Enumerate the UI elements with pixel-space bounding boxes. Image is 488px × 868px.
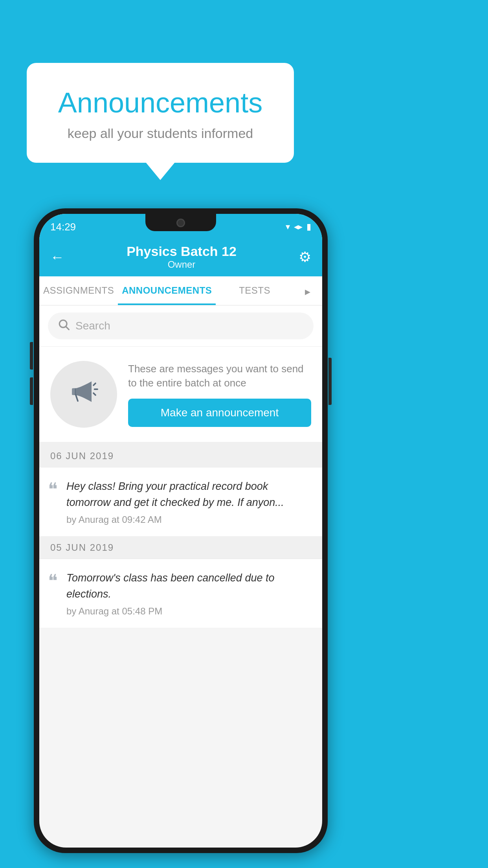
status-time: 14:29 [50,221,76,233]
header-title: Physics Batch 12 [127,244,237,259]
announcement-text-1: Hey class! Bring your practical record b… [66,478,314,510]
promo-section: These are messages you want to send to t… [39,347,322,445]
tabs-container: ASSIGNMENTS ANNOUNCEMENTS TESTS ▸ [39,276,322,305]
svg-line-1 [66,327,69,329]
back-button[interactable]: ← [50,249,64,265]
signal-icon: ◂▸ [294,222,303,232]
megaphone-icon [68,375,99,413]
battery-icon: ▮ [306,222,311,232]
content-area: Search [39,305,322,628]
search-container: Search [39,305,322,347]
search-placeholder: Search [75,320,110,332]
power-button[interactable] [328,358,332,405]
tab-more[interactable]: ▸ [294,276,322,305]
megaphone-circle [50,361,117,428]
phone-outer: 14:29 ▾ ◂▸ ▮ ← Physics Batch 12 Owner ⚙ [34,208,328,853]
tab-assignments[interactable]: ASSIGNMENTS [39,276,118,305]
quote-icon-1: ❝ [48,481,58,499]
bubble-title: Announcements [46,86,274,119]
phone-wrapper: 14:29 ▾ ◂▸ ▮ ← Physics Batch 12 Owner ⚙ [34,208,328,853]
quote-icon-2: ❝ [48,572,58,590]
announcement-meta-2: by Anurag at 05:48 PM [66,606,314,617]
settings-icon[interactable]: ⚙ [299,249,311,265]
header-subtitle: Owner [127,259,237,270]
make-announcement-button[interactable]: Make an announcement [128,399,311,427]
svg-line-3 [94,383,95,385]
announcement-text-2: Tomorrow's class has been cancelled due … [66,570,314,602]
volume-down-button[interactable] [30,377,33,405]
search-bar[interactable]: Search [48,313,314,339]
front-camera [176,219,185,227]
bubble-subtitle: keep all your students informed [46,126,274,141]
volume-up-button[interactable] [30,342,33,370]
wifi-icon: ▾ [286,222,290,232]
date-separator-1: 06 JUN 2019 [39,445,322,467]
svg-line-5 [94,393,95,395]
phone-screen: 14:29 ▾ ◂▸ ▮ ← Physics Batch 12 Owner ⚙ [39,214,322,848]
status-icons: ▾ ◂▸ ▮ [286,222,311,232]
header-center: Physics Batch 12 Owner [127,244,237,270]
promo-description: These are messages you want to send to t… [128,362,311,390]
announcement-item-2[interactable]: ❝ Tomorrow's class has been cancelled du… [39,559,322,628]
search-icon [57,318,70,334]
announcement-meta-1: by Anurag at 09:42 AM [66,514,314,525]
announcement-item-1[interactable]: ❝ Hey class! Bring your practical record… [39,467,322,537]
date-separator-2: 05 JUN 2019 [39,537,322,559]
announcement-content-2: Tomorrow's class has been cancelled due … [66,570,314,617]
tab-tests[interactable]: TESTS [216,276,293,305]
announcement-content-1: Hey class! Bring your practical record b… [66,478,314,525]
speech-bubble-container: Announcements keep all your students inf… [27,63,294,163]
phone-notch [145,214,216,231]
tab-announcements[interactable]: ANNOUNCEMENTS [118,276,216,305]
app-header: ← Physics Batch 12 Owner ⚙ [39,237,322,276]
promo-right: These are messages you want to send to t… [128,362,311,427]
speech-bubble: Announcements keep all your students inf… [27,63,294,163]
svg-rect-2 [72,388,76,395]
